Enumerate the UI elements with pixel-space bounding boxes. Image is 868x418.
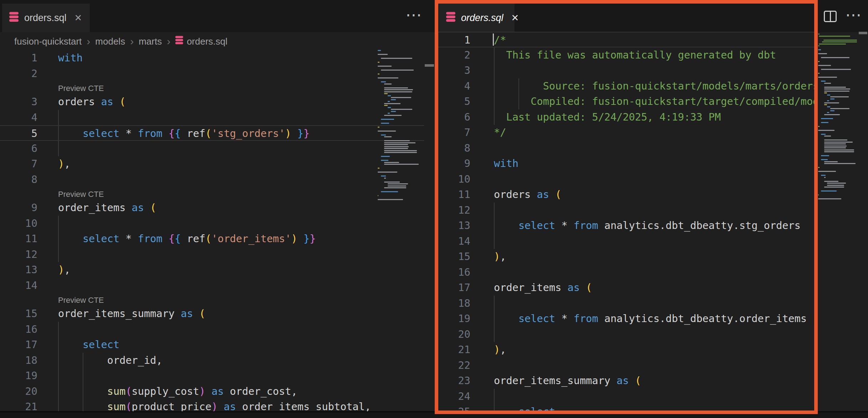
code-line[interactable]: 7),	[0, 156, 424, 172]
minimap-row	[824, 102, 839, 103]
code-line[interactable]: 17order_items as (	[435, 280, 815, 296]
minimap[interactable]	[818, 34, 858, 201]
code-line[interactable]: 16	[0, 322, 424, 337]
code-line[interactable]: 2	[0, 66, 424, 82]
code-line[interactable]: 3	[435, 63, 815, 78]
more-actions-icon[interactable]: ⋯	[405, 5, 423, 24]
tab-label: orders.sql	[461, 12, 503, 24]
database-icon	[446, 12, 455, 24]
code-editor-source[interactable]: 1with2Preview CTE3orders as (45 select *…	[0, 50, 424, 411]
close-icon[interactable]: ✕	[511, 12, 519, 24]
chevron-right-icon: ›	[87, 37, 90, 46]
minimap-row	[378, 73, 379, 75]
code-line[interactable]: 10	[0, 216, 424, 231]
line-number: 17	[0, 337, 37, 353]
breadcrumb-item-root[interactable]: fusion-quickstart	[14, 36, 82, 47]
minimap-row	[391, 109, 412, 110]
codelens-preview-cte[interactable]: Preview CTE	[58, 187, 104, 202]
code-line[interactable]: 9order_items as (	[0, 200, 424, 216]
code-line[interactable]: 3orders as (	[0, 94, 424, 110]
code-line[interactable]: 20	[435, 327, 815, 342]
line-number: 6	[0, 141, 37, 157]
code-line[interactable]: 5 select * from {{ ref('stg_orders') }}	[0, 125, 424, 141]
tab-orders-sql-right[interactable]: orders.sql ✕	[439, 4, 515, 32]
code-line[interactable]: 16	[435, 265, 815, 280]
code-line[interactable]: 24	[435, 389, 815, 404]
code-line[interactable]: 7*/	[435, 125, 815, 141]
code-line[interactable]: 21),	[435, 342, 815, 358]
code-line[interactable]: 6 Last updated: 5/24/2025, 4:19:33 PM	[435, 109, 815, 125]
code-line[interactable]: 8	[0, 172, 424, 188]
database-icon	[175, 36, 183, 47]
minimap-row	[381, 58, 412, 59]
code-line[interactable]: 15order_items_summary as (	[0, 306, 424, 322]
code-line[interactable]: 18 order_id,	[0, 353, 424, 368]
code-line[interactable]: 9with	[435, 156, 815, 172]
code-line[interactable]: 22	[435, 358, 815, 373]
right-editor-group: orders.sql ✕ ⋯ 1/*2 This file was automa…	[435, 0, 868, 418]
minimap-row	[824, 88, 851, 90]
more-actions-icon[interactable]: ⋯	[845, 5, 863, 24]
minimap-row	[388, 95, 391, 96]
code-line[interactable]: 14	[0, 278, 424, 294]
code-line[interactable]: 19 select * from analytics.dbt_dbeatty.o…	[435, 311, 815, 327]
minimap-row	[830, 110, 835, 111]
code-line[interactable]: 20 sum(supply_cost) as order_cost,	[0, 384, 424, 399]
minimap-row	[824, 187, 844, 188]
split-editor-icon[interactable]	[824, 11, 837, 22]
minimap-row	[818, 126, 820, 127]
code-line[interactable]: 19	[0, 368, 424, 384]
code-line[interactable]: 12	[0, 247, 424, 262]
code-line[interactable]: 21 sum(product_price) as order_items_sub…	[0, 399, 424, 411]
code-line[interactable]: 10	[435, 172, 815, 187]
code-line[interactable]: 4 Source: fusion-quickstart/models/marts…	[435, 78, 815, 94]
close-icon[interactable]: ✕	[74, 12, 82, 24]
code-line[interactable]: 17 select	[0, 337, 424, 353]
minimap-row	[824, 177, 826, 178]
codelens-preview-cte[interactable]: Preview CTE	[58, 293, 104, 307]
breadcrumb: fusion-quickstart › models › marts › ord…	[0, 32, 435, 51]
code-line[interactable]: 11 select * from {{ ref('order_items') }…	[0, 231, 424, 247]
code-line[interactable]: 6	[0, 141, 424, 157]
breadcrumb-item-models[interactable]: models	[95, 36, 125, 47]
code-line[interactable]: 4	[0, 110, 424, 126]
minimap[interactable]	[378, 50, 424, 207]
minimap-row	[384, 152, 417, 153]
code-line[interactable]: 15),	[435, 249, 815, 265]
minimap-row	[824, 104, 827, 105]
code-line[interactable]: 14	[435, 234, 815, 249]
code-line[interactable]: 8	[435, 141, 815, 156]
breadcrumb-item-file[interactable]: orders.sql	[187, 36, 227, 47]
line-number: 16	[435, 265, 470, 280]
code-line[interactable]: 11orders as (	[435, 187, 815, 203]
tab-orders-sql-left[interactable]: orders.sql ✕	[2, 4, 90, 32]
minimap-row	[821, 69, 851, 70]
code-line[interactable]: 13),	[0, 262, 424, 278]
line-number: 13	[435, 218, 470, 234]
line-number: 5	[435, 94, 470, 109]
code-line[interactable]: 2 This file was automatically generated …	[435, 47, 815, 63]
code-line[interactable]: 23order_items_summary as (	[435, 373, 815, 389]
codelens-preview-cte[interactable]: Preview CTE	[58, 81, 104, 96]
breadcrumb-item-marts[interactable]: marts	[139, 36, 162, 47]
code-line[interactable]: 25 select	[435, 404, 815, 411]
code-text: select * from {{ ref('order_items') }}	[58, 231, 316, 247]
code-line[interactable]: 1/*	[435, 32, 815, 47]
indent-guide	[494, 296, 495, 311]
code-line[interactable]: 13 select * from analytics.dbt_dbeatty.s…	[435, 218, 815, 234]
minimap-row	[388, 185, 407, 187]
code-line[interactable]: 1with	[0, 50, 424, 66]
code-line[interactable]: 18	[435, 296, 815, 311]
code-line[interactable]: 12	[435, 203, 815, 218]
line-number: 21	[435, 342, 470, 358]
line-number: 25	[435, 404, 470, 411]
minimap-row	[388, 101, 390, 102]
minimap-row	[827, 95, 830, 96]
minimap-row	[391, 99, 396, 100]
minimap-row	[384, 150, 417, 151]
code-line[interactable]: 5 Compiled: fusion-quickstart/target/com…	[435, 94, 815, 109]
minimap-row	[378, 131, 396, 132]
minimap-row	[824, 142, 853, 143]
indent-guide	[494, 389, 495, 404]
code-editor-compiled[interactable]: 1/*2 This file was automatically generat…	[435, 32, 815, 411]
